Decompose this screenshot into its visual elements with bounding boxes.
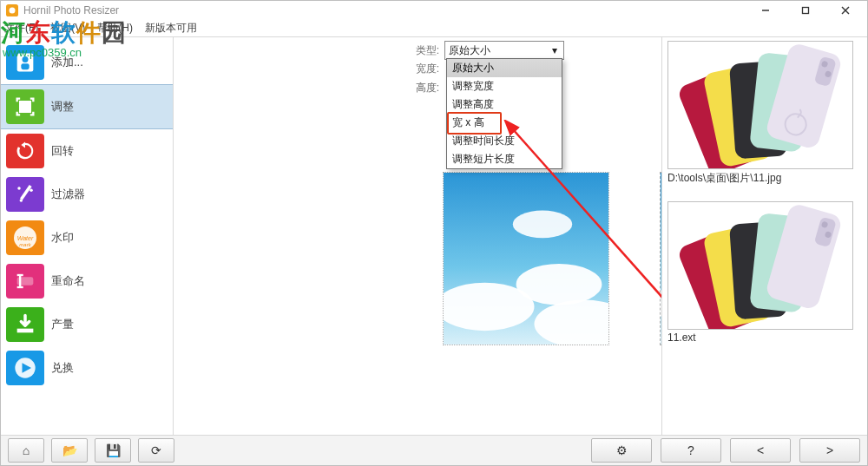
svg-rect-18 [19, 275, 21, 287]
svg-point-1 [10, 8, 16, 14]
refresh-button[interactable]: ⟳ [138, 438, 174, 463]
svg-text:mark: mark [19, 242, 31, 247]
close-button[interactable] [825, 1, 865, 20]
open-button[interactable]: 📂 [51, 438, 88, 463]
type-label: 类型: [401, 43, 439, 58]
dropdown-option[interactable]: 调整高度 [447, 95, 562, 114]
gear-icon: ⚙ [616, 443, 628, 457]
rotate-icon [6, 134, 44, 168]
svg-point-7 [23, 56, 29, 62]
output-path: 11.ext [667, 331, 862, 344]
convert-icon [6, 351, 44, 385]
preview-before [443, 172, 609, 345]
right-panel: D:\tools\桌面\图片\11.jpg 11.ext [661, 37, 867, 435]
refresh-icon: ⟳ [151, 443, 161, 457]
rename-icon [6, 264, 44, 299]
title-bar: Hornil Photo Resizer [1, 1, 867, 20]
sidebar-item-add-photo[interactable]: 添加... [1, 41, 173, 84]
svg-point-11 [17, 187, 21, 190]
svg-point-13 [20, 199, 23, 202]
prev-button[interactable]: < [730, 438, 791, 463]
menu-view[interactable]: 视图(V) [50, 21, 85, 36]
svg-rect-19 [17, 274, 23, 276]
app-icon [6, 4, 18, 16]
sidebar-item-output[interactable]: 产量 [1, 303, 173, 346]
bottom-toolbar: ⌂ 📂 💾 ⟳ ⚙ ? < > [1, 436, 867, 465]
maximize-button[interactable] [786, 1, 825, 20]
svg-rect-9 [19, 101, 31, 113]
settings-button[interactable]: ⚙ [591, 438, 652, 463]
svg-rect-10 [20, 185, 32, 200]
sidebar-item-label: 产量 [51, 317, 74, 332]
svg-point-26 [516, 264, 602, 305]
svg-point-12 [30, 189, 33, 193]
dropdown-option[interactable]: 调整时间长度 [447, 132, 562, 150]
chevron-right-icon: > [826, 443, 833, 457]
sidebar-item-label: 添加... [51, 55, 83, 70]
height-label: 高度: [401, 81, 439, 95]
add-photo-icon [6, 45, 44, 80]
width-label: 宽度: [401, 62, 439, 76]
sidebar-item-resize[interactable]: 调整 [1, 84, 173, 129]
sidebar-item-wand[interactable]: 过滤器 [1, 173, 173, 216]
preview-output[interactable] [667, 201, 853, 330]
home-icon: ⌂ [23, 443, 30, 457]
sidebar-item-label: 过滤器 [51, 187, 85, 202]
type-combobox[interactable]: 原始大小 ▾ [444, 41, 564, 60]
type-value: 原始大小 [449, 43, 490, 58]
menu-bar: 文件(F) 视图(V) 帮助(H) 新版本可用 [1, 20, 867, 36]
output-icon [6, 307, 44, 342]
save-icon: 💾 [106, 443, 121, 457]
sidebar-item-convert[interactable]: 兑换 [1, 346, 173, 390]
preview-original[interactable] [667, 41, 853, 169]
sidebar-item-label: 重命名 [51, 273, 85, 289]
chevron-down-icon: ▾ [548, 43, 562, 57]
svg-rect-20 [17, 286, 23, 288]
dropdown-option[interactable]: 原始大小 [447, 59, 562, 77]
sidebar-item-watermark[interactable]: Watermark水印 [1, 216, 173, 259]
dropdown-option[interactable]: 宽 x 高 [447, 114, 562, 132]
sidebar-item-label: 水印 [51, 230, 74, 246]
dropdown-option[interactable]: 调整短片长度 [447, 150, 562, 168]
svg-rect-8 [21, 63, 29, 69]
svg-rect-29 [661, 173, 661, 345]
resize-icon [6, 89, 44, 124]
svg-rect-21 [17, 329, 34, 333]
svg-text:Water: Water [17, 235, 34, 241]
wand-icon [6, 177, 44, 212]
menu-file[interactable]: 文件(F) [4, 21, 38, 36]
menu-help[interactable]: 帮助(H) [97, 21, 133, 36]
svg-point-28 [513, 211, 572, 239]
help-icon: ? [687, 443, 694, 457]
save-button[interactable]: 💾 [95, 438, 131, 463]
sidebar-item-rename[interactable]: 重命名 [1, 259, 173, 303]
sidebar-item-label: 回转 [51, 143, 74, 159]
menu-newversion[interactable]: 新版本可用 [145, 21, 197, 36]
preview-after [660, 172, 661, 345]
sidebar-item-label: 兑换 [51, 360, 74, 376]
sidebar-item-rotate[interactable]: 回转 [1, 129, 173, 173]
type-dropdown: 原始大小调整宽度调整高度宽 x 高调整时间长度调整短片长度 [446, 58, 562, 169]
sidebar: 添加...调整回转过滤器Watermark水印重命名产量兑换 [1, 37, 174, 435]
folder-icon: 📂 [62, 443, 77, 457]
chevron-left-icon: < [757, 443, 764, 457]
watermark-icon: Watermark [6, 220, 44, 255]
next-button[interactable]: > [799, 438, 860, 463]
svg-rect-3 [803, 8, 809, 14]
dropdown-option[interactable]: 调整宽度 [447, 77, 562, 95]
window-title: Hornil Photo Resizer [23, 4, 119, 16]
minimize-button[interactable] [746, 1, 786, 20]
sidebar-item-label: 调整 [51, 99, 74, 115]
help-button[interactable]: ? [661, 438, 721, 463]
home-button[interactable]: ⌂ [8, 438, 44, 463]
content-area: 类型: 原始大小 ▾ 宽度: 高度: 原始大小调整宽度调整高度宽 x 高调整时间… [174, 37, 661, 435]
original-path: D:\tools\桌面\图片\11.jpg [667, 171, 862, 186]
